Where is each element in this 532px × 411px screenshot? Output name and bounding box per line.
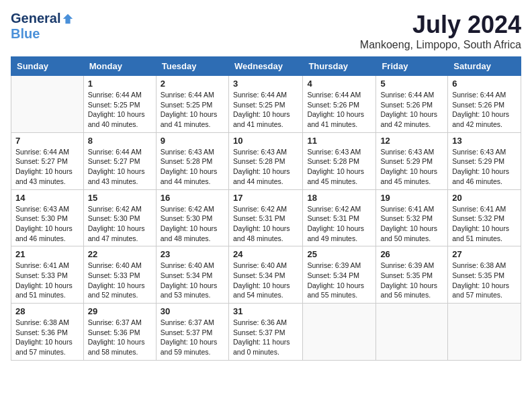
calendar-cell: 18Sunrise: 6:42 AM Sunset: 5:31 PM Dayli…	[303, 189, 376, 246]
calendar-week-row: 21Sunrise: 6:41 AM Sunset: 5:33 PM Dayli…	[11, 246, 521, 304]
day-number: 12	[380, 136, 443, 146]
day-number: 2	[161, 79, 224, 89]
calendar-cell: 15Sunrise: 6:42 AM Sunset: 5:30 PM Dayli…	[83, 189, 156, 246]
calendar-cell	[448, 304, 521, 361]
day-info: Sunrise: 6:42 AM Sunset: 5:31 PM Dayligh…	[307, 205, 364, 242]
day-number: 26	[380, 249, 443, 259]
calendar-cell: 30Sunrise: 6:37 AM Sunset: 5:37 PM Dayli…	[156, 304, 228, 361]
calendar-cell: 8Sunrise: 6:44 AM Sunset: 5:27 PM Daylig…	[83, 132, 156, 189]
calendar-cell: 4Sunrise: 6:44 AM Sunset: 5:26 PM Daylig…	[303, 76, 376, 133]
calendar-cell: 17Sunrise: 6:42 AM Sunset: 5:31 PM Dayli…	[228, 189, 302, 246]
calendar-cell: 21Sunrise: 6:41 AM Sunset: 5:33 PM Dayli…	[11, 246, 84, 304]
day-info: Sunrise: 6:39 AM Sunset: 5:35 PM Dayligh…	[380, 261, 437, 299]
day-number: 21	[15, 249, 79, 259]
day-number: 16	[161, 193, 224, 203]
calendar-cell: 16Sunrise: 6:42 AM Sunset: 5:30 PM Dayli…	[156, 189, 228, 246]
day-number: 22	[88, 249, 152, 259]
calendar-cell: 29Sunrise: 6:37 AM Sunset: 5:36 PM Dayli…	[83, 304, 156, 361]
calendar-table: SundayMondayTuesdayWednesdayThursdayFrid…	[11, 56, 521, 361]
day-number: 8	[88, 136, 152, 146]
day-info: Sunrise: 6:44 AM Sunset: 5:25 PM Dayligh…	[88, 91, 145, 128]
day-info: Sunrise: 6:41 AM Sunset: 5:33 PM Dayligh…	[15, 261, 73, 299]
day-info: Sunrise: 6:43 AM Sunset: 5:28 PM Dayligh…	[161, 148, 218, 185]
calendar-header-thursday: Thursday	[303, 57, 376, 76]
day-info: Sunrise: 6:44 AM Sunset: 5:27 PM Dayligh…	[15, 148, 73, 185]
day-info: Sunrise: 6:37 AM Sunset: 5:36 PM Dayligh…	[88, 318, 145, 356]
svg-marker-0	[63, 13, 73, 23]
calendar-week-row: 1Sunrise: 6:44 AM Sunset: 5:25 PM Daylig…	[11, 76, 521, 133]
calendar-cell: 5Sunrise: 6:44 AM Sunset: 5:26 PM Daylig…	[376, 76, 448, 133]
day-info: Sunrise: 6:40 AM Sunset: 5:34 PM Dayligh…	[233, 261, 290, 299]
day-number: 25	[307, 249, 371, 259]
day-number: 13	[452, 136, 517, 146]
calendar-header-monday: Monday	[83, 57, 156, 76]
day-number: 15	[88, 193, 152, 203]
calendar-cell: 27Sunrise: 6:38 AM Sunset: 5:35 PM Dayli…	[448, 246, 521, 304]
day-info: Sunrise: 6:43 AM Sunset: 5:28 PM Dayligh…	[233, 148, 290, 185]
day-number: 30	[161, 306, 224, 316]
day-number: 11	[307, 136, 371, 146]
day-info: Sunrise: 6:42 AM Sunset: 5:30 PM Dayligh…	[161, 205, 218, 242]
day-info: Sunrise: 6:38 AM Sunset: 5:35 PM Dayligh…	[452, 261, 509, 299]
calendar-cell: 22Sunrise: 6:40 AM Sunset: 5:33 PM Dayli…	[83, 246, 156, 304]
logo: General Blue	[11, 11, 74, 42]
calendar-cell: 6Sunrise: 6:44 AM Sunset: 5:26 PM Daylig…	[448, 76, 521, 133]
day-info: Sunrise: 6:44 AM Sunset: 5:27 PM Dayligh…	[88, 148, 145, 185]
day-info: Sunrise: 6:43 AM Sunset: 5:29 PM Dayligh…	[452, 148, 509, 185]
calendar-header-friday: Friday	[376, 57, 448, 76]
day-number: 24	[233, 249, 298, 259]
calendar-header-saturday: Saturday	[448, 57, 521, 76]
day-number: 28	[15, 306, 79, 316]
day-number: 6	[452, 79, 517, 89]
day-number: 14	[15, 193, 79, 203]
calendar-cell: 11Sunrise: 6:43 AM Sunset: 5:28 PM Dayli…	[303, 132, 376, 189]
calendar-cell: 31Sunrise: 6:36 AM Sunset: 5:37 PM Dayli…	[228, 304, 302, 361]
day-info: Sunrise: 6:43 AM Sunset: 5:29 PM Dayligh…	[380, 148, 437, 185]
day-number: 3	[233, 79, 298, 89]
day-info: Sunrise: 6:40 AM Sunset: 5:33 PM Dayligh…	[88, 261, 145, 299]
calendar-cell: 20Sunrise: 6:41 AM Sunset: 5:32 PM Dayli…	[448, 189, 521, 246]
day-info: Sunrise: 6:41 AM Sunset: 5:32 PM Dayligh…	[452, 205, 509, 242]
calendar-cell: 28Sunrise: 6:38 AM Sunset: 5:36 PM Dayli…	[11, 304, 84, 361]
calendar-cell: 3Sunrise: 6:44 AM Sunset: 5:25 PM Daylig…	[228, 76, 302, 133]
day-info: Sunrise: 6:43 AM Sunset: 5:30 PM Dayligh…	[15, 205, 73, 242]
calendar-cell: 9Sunrise: 6:43 AM Sunset: 5:28 PM Daylig…	[156, 132, 228, 189]
calendar-week-row: 14Sunrise: 6:43 AM Sunset: 5:30 PM Dayli…	[11, 189, 521, 246]
calendar-week-row: 28Sunrise: 6:38 AM Sunset: 5:36 PM Dayli…	[11, 304, 521, 361]
calendar-cell	[11, 76, 84, 133]
calendar-header-tuesday: Tuesday	[156, 57, 228, 76]
calendar-cell: 24Sunrise: 6:40 AM Sunset: 5:34 PM Dayli…	[228, 246, 302, 304]
logo-general-text: General	[11, 11, 60, 26]
day-info: Sunrise: 6:37 AM Sunset: 5:37 PM Dayligh…	[161, 318, 218, 356]
day-number: 31	[233, 306, 298, 316]
day-number: 1	[88, 79, 152, 89]
day-info: Sunrise: 6:40 AM Sunset: 5:34 PM Dayligh…	[161, 261, 218, 299]
day-info: Sunrise: 6:43 AM Sunset: 5:28 PM Dayligh…	[307, 148, 364, 185]
calendar-cell: 1Sunrise: 6:44 AM Sunset: 5:25 PM Daylig…	[83, 76, 156, 133]
day-info: Sunrise: 6:39 AM Sunset: 5:34 PM Dayligh…	[307, 261, 364, 299]
day-info: Sunrise: 6:44 AM Sunset: 5:26 PM Dayligh…	[452, 91, 509, 128]
day-info: Sunrise: 6:44 AM Sunset: 5:26 PM Dayligh…	[307, 91, 364, 128]
calendar-cell: 12Sunrise: 6:43 AM Sunset: 5:29 PM Dayli…	[376, 132, 448, 189]
day-number: 18	[307, 193, 371, 203]
day-number: 5	[380, 79, 443, 89]
calendar-cell: 2Sunrise: 6:44 AM Sunset: 5:25 PM Daylig…	[156, 76, 228, 133]
title-area: July 2024 Mankoeng, Limpopo, South Afric…	[360, 11, 521, 51]
day-number: 29	[88, 306, 152, 316]
calendar-header-row: SundayMondayTuesdayWednesdayThursdayFrid…	[11, 57, 521, 76]
day-number: 9	[161, 136, 224, 146]
location-subtitle: Mankoeng, Limpopo, South Africa	[360, 39, 521, 51]
day-info: Sunrise: 6:36 AM Sunset: 5:37 PM Dayligh…	[233, 318, 290, 356]
day-info: Sunrise: 6:44 AM Sunset: 5:25 PM Dayligh…	[233, 91, 290, 128]
day-number: 23	[161, 249, 224, 259]
calendar-header-wednesday: Wednesday	[228, 57, 302, 76]
calendar-cell	[376, 304, 448, 361]
day-info: Sunrise: 6:41 AM Sunset: 5:32 PM Dayligh…	[380, 205, 437, 242]
day-number: 19	[380, 193, 443, 203]
calendar-header-sunday: Sunday	[11, 57, 84, 76]
calendar-cell: 14Sunrise: 6:43 AM Sunset: 5:30 PM Dayli…	[11, 189, 84, 246]
calendar-cell	[303, 304, 376, 361]
page-header: General Blue July 2024 Mankoeng, Limpopo…	[11, 11, 521, 51]
day-info: Sunrise: 6:42 AM Sunset: 5:30 PM Dayligh…	[88, 205, 145, 242]
day-number: 27	[452, 249, 517, 259]
